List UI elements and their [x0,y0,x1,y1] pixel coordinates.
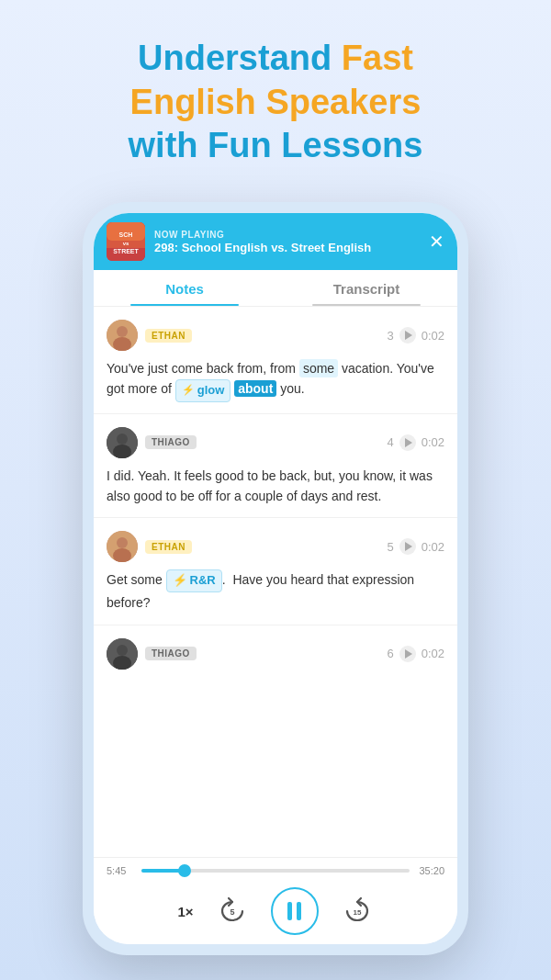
header-fun-lessons: with Fun Lessons [129,126,423,164]
message-left-3: ETHAN [107,531,192,562]
message-left-1: ETHAN [107,320,192,351]
play-button-4[interactable] [399,646,416,662]
tab-notes[interactable]: Notes [94,270,276,306]
play-icon-1 [405,331,412,340]
player-bar: 5:45 35:20 1× 5 [94,857,457,944]
play-button-1[interactable] [399,327,416,344]
highlight-some: some [299,359,338,377]
message-right-2: 4 0:02 [387,434,444,451]
header-english-speakers: English Speakers [130,83,422,121]
message-header-2: THIAGO 4 0:02 [107,427,444,458]
message-header-1: ETHAN 3 0:02 [107,320,444,351]
about-highlight: about [234,380,276,397]
speed-button[interactable]: 1× [177,904,193,919]
svg-point-16 [117,645,128,656]
rnr-badge[interactable]: ⚡R&R [166,569,222,592]
now-playing-info: NOW PLAYING 298: School English vs. Stre… [154,230,420,254]
message-text-3: Get some ⚡R&R. Have you heard that expre… [107,569,444,613]
message-right-1: 3 0:02 [387,327,444,344]
message-num-3: 5 [387,540,393,554]
message-text-1: You've just come back from, from some va… [107,358,444,402]
play-button-3[interactable] [399,538,416,555]
progress-thumb[interactable] [178,864,191,877]
message-block-4: THIAGO 6 0:02 [94,625,457,688]
current-time: 5:45 [107,865,134,876]
glow-badge[interactable]: ⚡glow [175,379,231,402]
svg-text:5: 5 [230,907,234,917]
tab-transcript[interactable]: Transcript [276,270,457,306]
message-time-1: 0:02 [422,329,444,343]
play-button-2[interactable] [399,434,416,451]
message-block-2: THIAGO 4 0:02 I did. Yeah. It feels good… [94,414,457,519]
speaker-badge-ethan-3: ETHAN [145,540,192,554]
now-playing-title: 298: School English vs. Street English [154,241,420,254]
svg-point-10 [117,434,128,445]
message-header-3: ETHAN 5 0:02 [107,531,444,562]
svg-text:15: 15 [353,908,361,917]
message-left-4: THIAGO [107,638,197,670]
svg-text:vs: vs [123,241,129,246]
header-fast: Fast [342,39,413,77]
avatar-ethan-3 [107,531,138,562]
play-icon-3 [405,542,412,551]
message-block-1: ETHAN 3 0:02 You've just come back from,… [94,307,457,414]
controls-row: 1× 5 [107,884,444,941]
svg-text:STREET: STREET [113,248,139,254]
speaker-badge-ethan-1: ETHAN [145,329,192,343]
message-num-1: 3 [387,329,393,343]
header-section: Understand Fast English Speakers with Fu… [0,0,551,186]
total-time: 35:20 [417,865,444,876]
message-num-4: 6 [387,647,393,660]
message-block-3: ETHAN 5 0:02 Get some ⚡R&R. Have you hea… [94,518,457,625]
play-icon-2 [405,438,412,447]
message-time-3: 0:02 [422,540,444,554]
message-right-3: 5 0:02 [387,538,444,555]
message-right-4: 6 0:02 [387,646,444,662]
now-playing-bar: SCH vs STREET NOW PLAYING 298: School En… [94,213,457,270]
episode-thumbnail: SCH vs STREET [107,222,145,261]
message-text-2: I did. Yeah. It feels good to be back, b… [107,466,444,507]
play-icon-4 [405,649,412,659]
svg-point-7 [117,326,128,337]
avatar-ethan-1 [107,320,138,351]
rnr-icon: ⚡ [173,571,187,591]
progress-row: 5:45 35:20 [107,865,444,876]
progress-track[interactable] [141,869,410,873]
close-button[interactable]: ✕ [429,232,444,251]
message-time-2: 0:02 [422,435,444,449]
rewind-button[interactable]: 5 [216,895,249,928]
content-area: ETHAN 3 0:02 You've just come back from,… [94,307,457,857]
avatar-thiago-2 [107,427,138,458]
pause-bar-right [297,902,301,920]
message-left-2: THIAGO [107,427,197,458]
speed-label: 1× [177,904,193,919]
message-header-4: THIAGO 6 0:02 [107,638,444,670]
pause-icon [287,902,301,920]
forward-button[interactable]: 15 [341,895,374,928]
glow-icon: ⚡ [182,382,195,399]
header-understand: Understand [138,39,342,77]
svg-text:SCH: SCH [119,231,133,238]
svg-point-13 [117,537,128,548]
pause-bar-left [287,902,292,920]
tabs-row: Notes Transcript [94,270,457,307]
message-num-2: 4 [387,435,393,449]
phone-mockup: SCH vs STREET NOW PLAYING 298: School En… [83,202,468,955]
now-playing-label: NOW PLAYING [154,230,420,240]
pause-button[interactable] [271,887,319,935]
speaker-badge-thiago-4: THIAGO [145,647,197,660]
message-time-4: 0:02 [422,647,444,660]
speaker-badge-thiago-2: THIAGO [145,435,197,449]
avatar-thiago-4 [107,638,138,670]
phone-screen: SCH vs STREET NOW PLAYING 298: School En… [94,213,457,944]
